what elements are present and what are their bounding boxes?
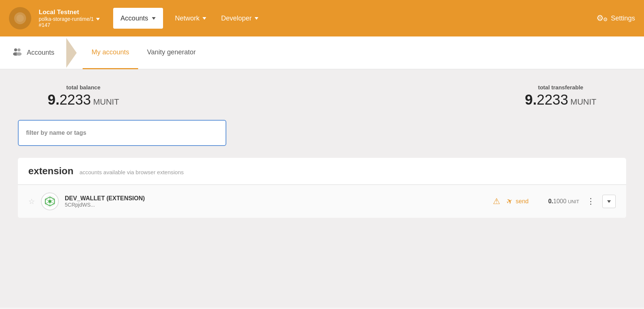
total-transferable-label: total transferable [525, 84, 596, 90]
main-content: total balance 9.2233MUNIT total transfer… [0, 69, 644, 308]
total-transferable-block: total transferable 9.2233MUNIT [525, 84, 596, 108]
subnav-divider [66, 38, 77, 68]
svg-point-3 [17, 48, 20, 51]
total-balance-block: total balance 9.2233MUNIT [48, 84, 119, 108]
tab-my-accounts[interactable]: My accounts [83, 36, 138, 69]
account-actions: ⚠ ✈ send 0.1000UNIT ⋮ [493, 195, 616, 208]
balance-integer: 0. [548, 198, 553, 204]
developer-menu-item[interactable]: Developer [215, 11, 264, 26]
developer-menu-label: Developer [221, 15, 252, 22]
svg-point-2 [14, 48, 17, 51]
tab-my-accounts-label: My accounts [92, 48, 129, 56]
account-balance: 0.1000UNIT [535, 198, 579, 205]
table-row: ☆ DEV_WALLET (EXTENSION) 5CRpjdWS... ⚠ [18, 185, 626, 218]
favorite-star-icon[interactable]: ☆ [28, 197, 35, 206]
svg-point-1 [16, 15, 24, 22]
filter-input[interactable] [18, 120, 226, 146]
settings-label: Settings [611, 15, 635, 22]
filter-section [18, 120, 626, 146]
total-transferable-integer: 9. [525, 92, 537, 108]
network-sub: polka-storage-runtime/1 [39, 16, 94, 22]
total-balance-decimal: 2233 [60, 92, 91, 108]
accounts-menu-button[interactable]: Accounts [113, 8, 163, 29]
network-menu-item[interactable]: Network [169, 11, 212, 26]
dropdown-chevron-icon [607, 200, 611, 203]
top-navigation: Local Testnet polka-storage-runtime/1 #1… [0, 0, 644, 36]
send-button[interactable]: ✈ send [505, 195, 530, 208]
network-info: Local Testnet polka-storage-runtime/1 #1… [39, 9, 100, 28]
network-name: Local Testnet [39, 9, 79, 16]
app-logo[interactable] [9, 7, 31, 29]
total-transferable-unit: MUNIT [570, 97, 596, 106]
extension-section: extension accounts available via browser… [18, 158, 626, 218]
extension-subtitle: accounts available via browser extension… [79, 169, 184, 175]
warning-icon: ⚠ [493, 197, 500, 206]
tab-vanity-generator[interactable]: Vanity generator [138, 36, 205, 69]
gear-icon: ⚙ [596, 13, 604, 23]
total-balance-unit: MUNIT [93, 97, 119, 106]
subnav-accounts-label: Accounts [27, 49, 54, 57]
extension-header: extension accounts available via browser… [18, 158, 626, 185]
send-label: send [516, 198, 529, 205]
total-transferable-value: 9.2233MUNIT [525, 92, 596, 108]
balance-summary: total balance 9.2233MUNIT total transfer… [18, 84, 626, 108]
avatar [41, 192, 59, 210]
account-name: DEV_WALLET (EXTENSION) [65, 195, 487, 202]
send-icon: ✈ [504, 196, 514, 207]
subnav-accounts-link[interactable]: Accounts [12, 47, 66, 59]
dropdown-button[interactable] [602, 195, 616, 208]
network-chevron-icon[interactable] [96, 18, 100, 20]
accounts-chevron-icon [152, 17, 156, 20]
total-balance-label: total balance [48, 84, 119, 90]
total-balance-integer: 9. [48, 92, 60, 108]
tab-vanity-generator-label: Vanity generator [147, 48, 196, 56]
network-block: #147 [39, 22, 50, 28]
extension-title: extension [28, 165, 73, 177]
balance-unit: UNIT [568, 199, 579, 204]
accounts-menu-label: Accounts [121, 15, 148, 22]
account-info: DEV_WALLET (EXTENSION) 5CRpjdWS... [65, 195, 487, 208]
total-balance-value: 9.2233MUNIT [48, 92, 119, 108]
total-transferable-decimal: 2233 [537, 92, 568, 108]
svg-point-5 [16, 52, 22, 56]
settings-menu-item[interactable]: ⚙ ⚙ Settings [596, 13, 635, 23]
people-icon [12, 47, 22, 59]
network-menu-chevron-icon [203, 17, 206, 20]
account-address: 5CRpjdWS... [65, 202, 487, 208]
network-menu-label: Network [175, 15, 200, 22]
account-balance-value: 0.1000UNIT [535, 198, 579, 205]
sub-navigation: Accounts My accounts Vanity generator [0, 36, 644, 69]
balance-decimal: 1000 [553, 198, 567, 204]
more-options-button[interactable]: ⋮ [584, 195, 598, 208]
developer-chevron-icon [255, 17, 258, 20]
gear-sub-icon: ⚙ [603, 16, 608, 22]
